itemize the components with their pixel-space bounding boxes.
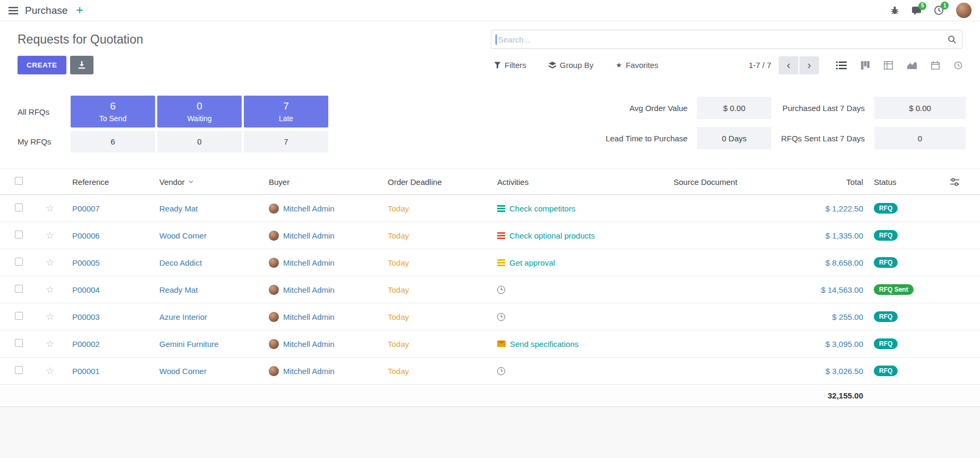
activity-email-icon[interactable]	[497, 341, 506, 347]
favorites-button[interactable]: ★ Favorites	[612, 60, 661, 70]
column-header-activities[interactable]: Activities	[491, 177, 667, 186]
favorite-star-icon[interactable]: ☆	[46, 311, 54, 323]
pager-next-button[interactable]: ›	[799, 56, 819, 74]
favorite-star-icon[interactable]: ☆	[46, 257, 54, 268]
messages-icon[interactable]: 5	[911, 6, 922, 15]
view-graph-icon[interactable]	[907, 61, 917, 69]
vendor-link[interactable]: Gemini Furniture	[159, 340, 219, 349]
favorite-star-icon[interactable]: ☆	[46, 365, 54, 377]
activity-link[interactable]: Send specifications	[510, 340, 578, 349]
status-badge: RFQ	[874, 230, 898, 241]
favorite-star-icon[interactable]: ☆	[46, 284, 54, 295]
buyer-link[interactable]: Mitchell Admin	[283, 312, 335, 321]
favorite-star-icon[interactable]: ☆	[46, 230, 54, 241]
pager-previous-button[interactable]: ‹	[779, 56, 798, 74]
status-badge: RFQ	[874, 311, 898, 322]
table-row[interactable]: ☆ P00004 Ready Mat Mitchell Admin Today …	[0, 276, 980, 303]
table-row[interactable]: ☆ P00001 Wood Corner Mitchell Admin Toda…	[0, 358, 980, 385]
row-checkbox[interactable]	[15, 339, 23, 347]
view-kanban-icon[interactable]	[861, 61, 870, 70]
optional-columns-icon[interactable]	[950, 178, 959, 186]
activity-clock-icon[interactable]	[497, 313, 505, 321]
column-header-buyer[interactable]: Buyer	[262, 177, 381, 186]
reference-link[interactable]: P00001	[72, 367, 100, 376]
buyer-link[interactable]: Mitchell Admin	[283, 340, 335, 349]
activity-type-icon[interactable]	[497, 232, 505, 239]
buyer-link[interactable]: Mitchell Admin	[283, 285, 335, 294]
row-checkbox[interactable]	[15, 203, 23, 211]
favorite-star-icon[interactable]: ☆	[46, 338, 54, 350]
column-header-reference[interactable]: Reference	[63, 177, 153, 186]
row-checkbox[interactable]	[15, 312, 23, 320]
tile-waiting[interactable]: 0 Waiting	[157, 96, 242, 128]
activity-type-icon[interactable]	[497, 205, 505, 212]
my-late-count[interactable]: 7	[244, 131, 328, 152]
activity-link[interactable]: Check competitors	[509, 204, 575, 213]
activity-type-icon[interactable]	[497, 259, 505, 266]
total-amount: $ 14,563.00	[790, 285, 870, 294]
activities-clock-icon[interactable]: 1	[934, 5, 944, 15]
group-by-button[interactable]: Group By	[546, 60, 596, 70]
reference-link[interactable]: P00005	[72, 258, 100, 267]
rfq-stats: Avg Order Value $ 0.00 Purchased Last 7 …	[606, 96, 966, 152]
column-header-source-document[interactable]: Source Document	[667, 177, 790, 186]
tile-late[interactable]: 7 Late	[244, 96, 328, 128]
table-row[interactable]: ☆ P00005 Deco Addict Mitchell Admin Toda…	[0, 249, 980, 276]
page-title: Requests for Quotation	[18, 32, 143, 47]
vendor-link[interactable]: Deco Addict	[159, 258, 202, 267]
vendor-link[interactable]: Ready Mat	[159, 204, 198, 213]
view-pivot-icon[interactable]	[884, 61, 893, 70]
my-waiting-count[interactable]: 0	[157, 131, 242, 152]
filters-button[interactable]: Filters	[491, 60, 530, 70]
vendor-link[interactable]: Wood Corner	[159, 367, 207, 376]
table-row[interactable]: ☆ P00007 Ready Mat Mitchell Admin Today …	[0, 195, 980, 222]
row-checkbox[interactable]	[15, 285, 23, 293]
new-tab-button[interactable]: +	[76, 4, 83, 16]
activity-clock-icon[interactable]	[497, 367, 505, 375]
favorites-label: Favorites	[626, 61, 659, 70]
column-header-order-deadline[interactable]: Order Deadline	[381, 177, 491, 186]
reference-link[interactable]: P00007	[72, 204, 100, 213]
app-menu-title[interactable]: Purchase	[25, 5, 67, 16]
row-checkbox[interactable]	[15, 258, 23, 266]
table-row[interactable]: ☆ P00002 Gemini Furniture Mitchell Admin…	[0, 330, 980, 358]
row-checkbox[interactable]	[15, 366, 23, 374]
view-calendar-icon[interactable]	[931, 61, 940, 70]
reference-link[interactable]: P00004	[72, 285, 100, 294]
table-row[interactable]: ☆ P00003 Azure Interior Mitchell Admin T…	[0, 303, 980, 330]
my-to-send-count[interactable]: 6	[71, 131, 155, 152]
user-avatar[interactable]	[956, 3, 972, 18]
view-list-icon[interactable]	[836, 61, 847, 70]
buyer-link[interactable]: Mitchell Admin	[283, 231, 335, 240]
vendor-link[interactable]: Azure Interior	[159, 312, 207, 321]
create-button[interactable]: CREATE	[18, 56, 66, 74]
buyer-link[interactable]: Mitchell Admin	[283, 367, 335, 376]
column-header-status[interactable]: Status	[870, 177, 929, 186]
buyer-link[interactable]: Mitchell Admin	[283, 204, 335, 213]
export-download-button[interactable]	[70, 56, 93, 74]
debug-bug-icon[interactable]	[890, 6, 899, 15]
vendor-link[interactable]: Ready Mat	[159, 285, 198, 294]
table-row[interactable]: ☆ P00006 Wood Corner Mitchell Admin Toda…	[0, 222, 980, 249]
tile-to-send[interactable]: 6 To Send	[71, 96, 155, 128]
column-header-total[interactable]: Total	[790, 177, 870, 186]
select-all-checkbox[interactable]	[15, 177, 23, 185]
view-activity-icon[interactable]	[954, 61, 962, 70]
reference-link[interactable]: P00003	[72, 312, 100, 321]
activity-link[interactable]: Get approval	[509, 258, 555, 267]
search-icon[interactable]	[948, 35, 957, 44]
stat-value-rfqs-sent-last-7-days: 0	[874, 127, 966, 149]
activity-clock-icon[interactable]	[497, 286, 505, 294]
vendor-link[interactable]: Wood Corner	[159, 231, 207, 240]
favorite-star-icon[interactable]: ☆	[46, 202, 54, 214]
activity-link[interactable]: Check optional products	[509, 231, 595, 240]
row-checkbox[interactable]	[15, 231, 23, 239]
reference-link[interactable]: P00002	[72, 340, 100, 349]
filter-funnel-icon	[494, 62, 501, 69]
search-input[interactable]	[497, 35, 948, 45]
hamburger-menu-icon[interactable]	[8, 7, 18, 14]
buyer-link[interactable]: Mitchell Admin	[283, 258, 335, 267]
reference-link[interactable]: P00006	[72, 231, 100, 240]
column-header-vendor[interactable]: Vendor	[153, 177, 262, 186]
search-box[interactable]	[491, 30, 962, 49]
